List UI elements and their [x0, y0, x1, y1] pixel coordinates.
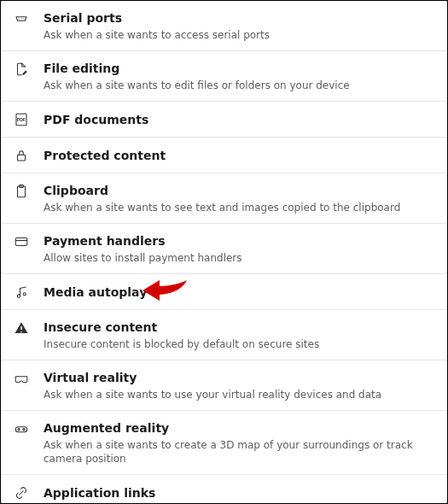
lock-icon	[13, 147, 30, 164]
row-description: Allow sites to install payment handlers	[44, 251, 435, 265]
clipboard-icon	[13, 183, 30, 200]
row-description: Ask when a site wants to create a 3D map…	[44, 438, 435, 466]
row-title: Protected content	[44, 147, 435, 164]
svg-point-6	[17, 295, 20, 297]
link-icon	[13, 484, 30, 501]
settings-row-media-autoplay[interactable]: Media autoplay	[1, 274, 447, 310]
row-title: Application links	[44, 484, 435, 501]
settings-row-clipboard[interactable]: ClipboardAsk when a site wants to see te…	[1, 173, 447, 224]
row-description: Insecure content is blocked by default o…	[44, 337, 435, 351]
row-description: Ask when a site wants to access serial p…	[44, 28, 435, 42]
settings-row-virtual-reality[interactable]: Virtual realityAsk when a site wants to …	[1, 360, 447, 411]
serial-icon	[13, 10, 30, 27]
row-title: Augmented reality	[44, 419, 435, 437]
ar-icon	[13, 420, 30, 437]
settings-row-pdf-documents[interactable]: PDFPDF documents	[1, 102, 447, 138]
row-text: ClipboardAsk when a site wants to see te…	[44, 182, 435, 214]
row-title: Insecure content	[44, 319, 435, 336]
card-icon	[13, 233, 30, 250]
pdf-icon: PDF	[13, 111, 30, 128]
row-title: File editing	[44, 60, 435, 77]
row-text: File editingAsk when a site wants to edi…	[44, 60, 435, 92]
row-text: Serial portsAsk when a site wants to acc…	[44, 9, 435, 42]
file-edit-icon	[13, 61, 30, 78]
row-title: Media autoplay	[44, 284, 435, 301]
row-description: Ask when a site wants to edit files or f…	[44, 79, 435, 92]
svg-point-10	[23, 429, 25, 431]
settings-row-file-editing[interactable]: File editingAsk when a site wants to edi…	[1, 51, 447, 102]
row-description: Ask when a site wants to see text and im…	[44, 201, 435, 214]
row-text: Augmented realityAsk when a site wants t…	[44, 419, 435, 466]
row-text: Media autoplay	[44, 284, 435, 301]
row-text: Insecure contentInsecure content is bloc…	[44, 319, 435, 351]
settings-row-application-links[interactable]: Application links	[1, 475, 447, 504]
row-title: Serial ports	[44, 9, 435, 26]
svg-point-7	[23, 293, 26, 296]
row-text: Protected content	[44, 147, 435, 164]
row-title: Virtual reality	[44, 369, 435, 386]
settings-row-insecure-content[interactable]: Insecure contentInsecure content is bloc…	[1, 310, 447, 360]
svg-text:PDF: PDF	[17, 117, 26, 122]
row-description: Ask when a site wants to use your virtua…	[44, 388, 435, 401]
settings-row-payment-handlers[interactable]: Payment handlersAllow sites to install p…	[1, 224, 447, 274]
row-title: PDF documents	[44, 111, 435, 128]
svg-rect-5	[15, 238, 27, 246]
row-text: Virtual realityAsk when a site wants to …	[44, 369, 435, 401]
svg-rect-2	[18, 155, 26, 161]
svg-rect-8	[15, 427, 27, 432]
settings-row-serial-ports[interactable]: Serial portsAsk when a site wants to acc…	[1, 1, 447, 51]
row-text: PDF documents	[44, 111, 435, 128]
row-text: Application links	[44, 484, 435, 501]
settings-list: Serial portsAsk when a site wants to acc…	[1, 1, 447, 504]
svg-point-9	[18, 429, 20, 431]
vr-icon	[13, 370, 30, 387]
music-icon	[13, 284, 30, 301]
warning-icon	[13, 319, 30, 337]
settings-row-protected-content[interactable]: Protected content	[1, 138, 447, 173]
row-title: Clipboard	[44, 182, 435, 199]
settings-row-augmented-reality[interactable]: Augmented realityAsk when a site wants t…	[1, 411, 447, 475]
row-title: Payment handlers	[44, 232, 435, 249]
row-text: Payment handlersAllow sites to install p…	[44, 232, 435, 265]
